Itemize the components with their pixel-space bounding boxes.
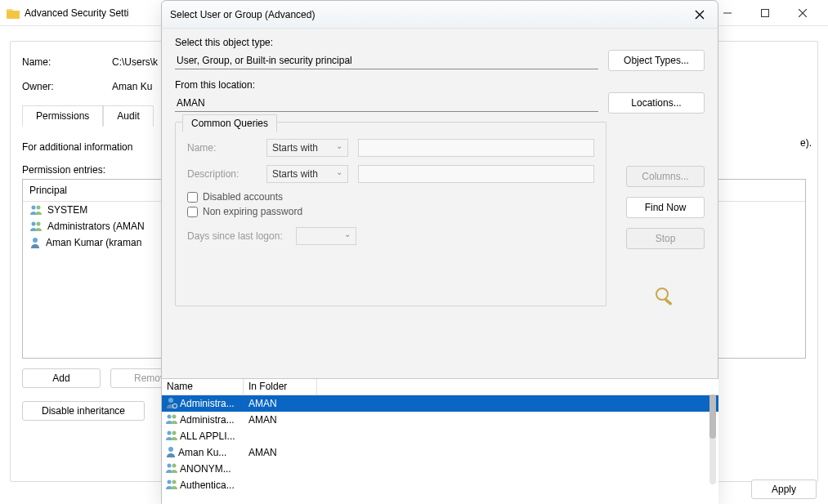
owner-label: Owner: (22, 81, 112, 92)
svg-point-7 (656, 288, 668, 300)
svg-point-6 (33, 238, 38, 243)
result-row[interactable]: ALL APPLI... (162, 428, 718, 444)
svg-point-4 (32, 222, 36, 226)
svg-point-17 (168, 463, 172, 467)
svg-point-16 (168, 447, 173, 452)
object-types-button[interactable]: Object Types... (608, 50, 705, 71)
result-row[interactable]: Authentica... (162, 477, 718, 493)
close-icon[interactable] (690, 5, 709, 25)
svg-point-12 (168, 414, 172, 418)
disabled-accounts-checkbox[interactable]: Disabled accounts (187, 191, 594, 203)
result-folder: AMAN (245, 398, 319, 409)
location-input[interactable] (175, 95, 598, 112)
find-now-button[interactable]: Find Now (626, 197, 705, 218)
svg-point-9 (168, 398, 173, 403)
modal-title: Select User or Group (Advanced) (170, 9, 690, 20)
cq-desc-input[interactable] (358, 165, 594, 183)
location-label: From this location: (175, 79, 705, 91)
search-icon (654, 287, 677, 309)
svg-point-5 (37, 222, 41, 226)
tab-common-queries[interactable]: Common Queries (182, 114, 277, 132)
name-label: Name: (22, 56, 112, 68)
svg-rect-8 (665, 298, 673, 306)
object-type-input[interactable] (175, 52, 598, 69)
days-since-logon-label: Days since last logon: (187, 230, 283, 242)
columns-button[interactable]: Columns... (626, 166, 705, 187)
result-name: Administra... (180, 398, 235, 409)
entry-label: Administrators (AMAN (47, 221, 145, 232)
disable-inheritance-button[interactable]: Disable inheritance (22, 401, 145, 421)
svg-rect-0 (723, 12, 732, 13)
locations-button[interactable]: Locations... (608, 92, 705, 114)
result-row[interactable]: Aman Ku...AMAN (162, 444, 718, 461)
svg-point-20 (172, 479, 177, 484)
group-icon (29, 221, 43, 232)
disabled-accounts-input[interactable] (187, 192, 198, 203)
result-row[interactable]: Administra...AMAN (162, 395, 718, 412)
nonexpiring-password-checkbox[interactable]: Non expiring password (187, 206, 594, 217)
add-button[interactable]: Add (22, 368, 101, 388)
close-button[interactable] (784, 0, 821, 26)
entry-label: SYSTEM (47, 204, 87, 216)
name-value: C:\Users\k (112, 56, 158, 68)
nonexpiring-password-input[interactable] (187, 207, 198, 217)
entry-label: Aman Kumar (kraman (46, 237, 141, 248)
svg-point-18 (172, 463, 177, 467)
svg-point-3 (37, 206, 41, 210)
svg-point-13 (172, 414, 177, 418)
results-header: Name In Folder (162, 379, 718, 395)
group-icon (165, 430, 178, 444)
common-queries-group: Common Queries Name: Starts with Descrip… (175, 122, 606, 306)
results-scrollbar[interactable] (709, 395, 716, 484)
user-icon (165, 446, 177, 460)
user-badge-icon (165, 397, 178, 411)
result-row[interactable]: Administra...AMAN (162, 412, 718, 428)
svg-point-11 (173, 404, 177, 408)
result-name: ALL APPLI... (180, 430, 235, 442)
result-folder: AMAN (245, 447, 319, 458)
result-name: Authentica... (180, 479, 235, 491)
cq-desc-label: Description: (187, 168, 257, 180)
result-row[interactable]: ANONYM... (162, 461, 718, 477)
group-icon (165, 479, 178, 493)
cq-name-label: Name: (187, 142, 257, 154)
cq-name-input[interactable] (358, 139, 594, 157)
svg-point-15 (172, 430, 177, 435)
result-folder: AMAN (245, 414, 319, 426)
search-results-list[interactable]: Name In Folder Administra...AMANAdminist… (162, 378, 718, 504)
group-icon (29, 204, 43, 216)
result-name: ANONYM... (180, 463, 231, 475)
scrollbar-thumb[interactable] (709, 395, 716, 439)
modal-titlebar: Select User or Group (Advanced) (162, 1, 718, 29)
info-paren: e). (800, 137, 812, 149)
days-since-logon-select[interactable] (296, 227, 356, 245)
tab-auditing[interactable]: Audit (103, 105, 153, 127)
group-icon (165, 413, 178, 427)
nonexpiring-password-label: Non expiring password (203, 206, 302, 217)
owner-value: Aman Ku (112, 81, 152, 92)
apply-button[interactable]: Apply (751, 479, 817, 499)
user-icon (29, 237, 41, 248)
svg-point-14 (168, 430, 172, 435)
svg-rect-1 (762, 9, 769, 16)
stop-button[interactable]: Stop (626, 228, 705, 249)
cq-name-operator[interactable]: Starts with (266, 139, 348, 157)
col-name[interactable]: Name (162, 379, 244, 395)
disabled-accounts-label: Disabled accounts (203, 191, 283, 203)
folder-icon (7, 7, 20, 19)
maximize-button[interactable] (746, 0, 784, 26)
result-name: Aman Ku... (178, 447, 226, 458)
col-in-folder[interactable]: In Folder (244, 379, 317, 395)
cq-desc-operator[interactable]: Starts with (266, 165, 348, 183)
svg-point-2 (32, 206, 36, 210)
result-name: Administra... (180, 414, 235, 426)
svg-point-19 (168, 479, 172, 484)
select-user-or-group-dialog: Select User or Group (Advanced) Select t… (161, 0, 718, 504)
object-type-label: Select this object type: (175, 37, 705, 48)
group-icon (165, 462, 178, 476)
tab-permissions[interactable]: Permissions (22, 105, 103, 127)
